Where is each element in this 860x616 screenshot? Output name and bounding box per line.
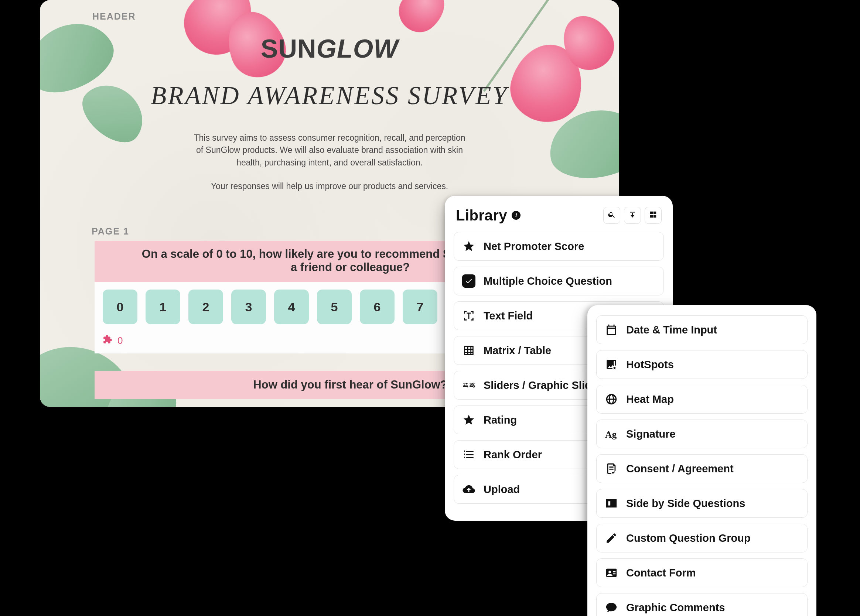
library-item-label: Net Promoter Score [483, 240, 584, 252]
download-button[interactable] [624, 207, 641, 224]
library-item-label: HotSpots [626, 359, 674, 371]
library-item-label: Side by Side Questions [626, 497, 745, 509]
library-item-side-by-side[interactable]: Side by Side Questions [596, 489, 808, 518]
library-item-contact-form[interactable]: Contact Form [596, 558, 808, 587]
search-icon [608, 210, 616, 220]
library-item-label: Consent / Agreement [626, 463, 734, 475]
library-item-label: Text Field [483, 310, 533, 322]
library-item-label: Multiple Choice Question [483, 275, 612, 287]
puzzle-icon [103, 335, 112, 347]
sliders-icon [462, 379, 476, 392]
library-header: Library i [454, 207, 664, 224]
library-item-heatmap[interactable]: Heat Map [596, 385, 808, 414]
brand-logo: SUNGLOW [40, 34, 619, 64]
scale-option-3[interactable]: 3 [231, 290, 266, 324]
library-item-label: Rank Order [483, 449, 542, 461]
survey-title: BRAND AWARENESS SURVEY [40, 81, 619, 110]
contact-card-icon [605, 566, 618, 580]
table-icon [462, 344, 476, 357]
scale-option-5[interactable]: 5 [317, 290, 352, 324]
library-item-consent[interactable]: Consent / Agreement [596, 454, 808, 483]
star-icon [462, 413, 476, 426]
library-item-nps[interactable]: Net Promoter Score [454, 232, 664, 261]
library-item-hotspots[interactable]: HotSpots [596, 350, 808, 379]
edit-note-icon [605, 531, 618, 545]
svg-text:Ag: Ag [605, 429, 617, 440]
section-label-page: PAGE 1 [92, 226, 129, 237]
library-item-datetime[interactable]: Date & Time Input [596, 315, 808, 344]
document-check-icon [605, 462, 618, 475]
library-item-label: Contact Form [626, 567, 696, 579]
cloud-upload-icon [462, 483, 476, 496]
library-item-custom-group[interactable]: Custom Question Group [596, 524, 808, 552]
library-panel-overflow: Date & Time Input HotSpots Heat Map Ag S… [587, 305, 816, 616]
library-item-mcq[interactable]: Multiple Choice Question [454, 266, 664, 295]
side-by-side-icon [605, 497, 618, 510]
library-item-label: Custom Question Group [626, 532, 751, 544]
rank-order-icon [462, 448, 476, 461]
survey-description-2: Your responses will help us improve our … [40, 181, 619, 191]
star-icon [462, 240, 476, 253]
library-item-label: Heat Map [626, 393, 674, 406]
grid-view-button[interactable] [645, 207, 662, 224]
brand-part2: GLOW [317, 34, 399, 63]
survey-description: This survey aims to assess consumer reco… [193, 132, 466, 169]
library-item-label: Graphic Comments [626, 602, 725, 614]
text-field-icon [462, 309, 476, 322]
logic-count: 0 [118, 335, 122, 346]
library-item-label: Date & Time Input [626, 324, 717, 336]
scale-option-0[interactable]: 0 [103, 290, 137, 324]
brand-part1: SUN [261, 34, 317, 63]
scale-option-6[interactable]: 6 [360, 290, 394, 324]
comment-icon [605, 601, 618, 614]
library-item-label: Upload [483, 483, 520, 495]
globe-icon [605, 393, 618, 406]
library-item-graphic-comments[interactable]: Graphic Comments [596, 593, 808, 616]
checkbox-icon [462, 274, 476, 288]
library-item-label: Matrix / Table [483, 345, 551, 357]
library-title: Library [456, 207, 507, 224]
library-item-label: Signature [626, 428, 676, 440]
image-star-icon [605, 358, 618, 371]
search-button[interactable] [603, 207, 620, 224]
library-item-label: Rating [483, 414, 517, 426]
calendar-icon [605, 323, 618, 337]
scale-option-2[interactable]: 2 [188, 290, 223, 324]
grid-icon [649, 210, 657, 220]
survey-header: SUNGLOW BRAND AWARENESS SURVEY This surv… [40, 0, 619, 191]
scale-option-4[interactable]: 4 [274, 290, 309, 324]
scale-option-1[interactable]: 1 [146, 290, 180, 324]
signature-icon: Ag [605, 427, 618, 440]
scale-option-7[interactable]: 7 [403, 290, 437, 324]
info-icon[interactable]: i [512, 211, 521, 220]
download-icon [628, 210, 637, 220]
svg-rect-7 [612, 501, 615, 506]
library-item-signature[interactable]: Ag Signature [596, 420, 808, 448]
